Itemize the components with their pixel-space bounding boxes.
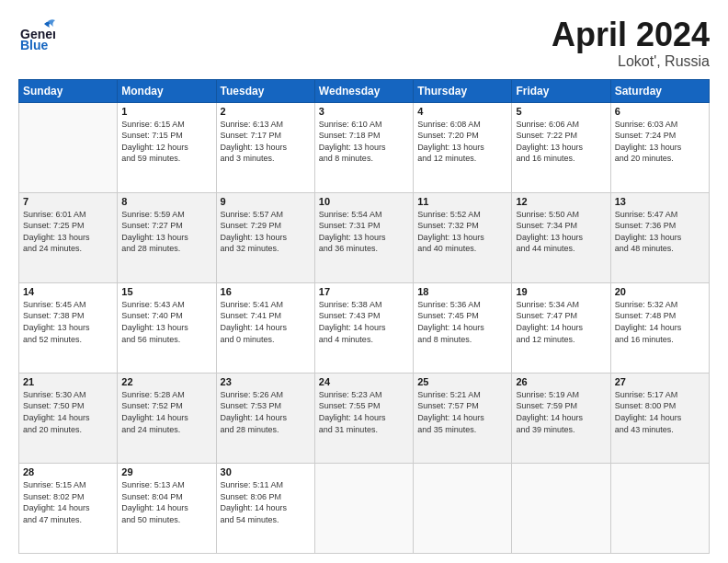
calendar-cell: 25Sunrise: 5:21 AM Sunset: 7:57 PM Dayli… xyxy=(414,373,512,463)
day-number: 12 xyxy=(516,196,606,207)
col-sunday: Sunday xyxy=(19,79,118,102)
calendar-cell: 12Sunrise: 5:50 AM Sunset: 7:34 PM Dayli… xyxy=(512,192,610,282)
calendar-cell: 19Sunrise: 5:34 AM Sunset: 7:47 PM Dayli… xyxy=(512,282,610,373)
calendar-cell: 17Sunrise: 5:38 AM Sunset: 7:43 PM Dayli… xyxy=(314,282,413,373)
calendar-cell xyxy=(314,463,413,553)
calendar-row-4: 21Sunrise: 5:30 AM Sunset: 7:50 PM Dayli… xyxy=(19,373,710,463)
day-number: 26 xyxy=(516,376,606,387)
day-info: Sunrise: 5:59 AM Sunset: 7:27 PM Dayligh… xyxy=(121,209,211,255)
day-info: Sunrise: 5:26 AM Sunset: 7:53 PM Dayligh… xyxy=(221,389,311,435)
day-info: Sunrise: 5:36 AM Sunset: 7:45 PM Dayligh… xyxy=(417,299,507,345)
day-info: Sunrise: 5:41 AM Sunset: 7:41 PM Dayligh… xyxy=(221,299,311,345)
day-info: Sunrise: 6:06 AM Sunset: 7:22 PM Dayligh… xyxy=(516,119,606,165)
day-number: 9 xyxy=(221,196,311,207)
calendar-cell: 2Sunrise: 6:13 AM Sunset: 7:17 PM Daylig… xyxy=(216,102,314,192)
svg-text:Blue: Blue xyxy=(20,38,49,52)
calendar-cell: 16Sunrise: 5:41 AM Sunset: 7:41 PM Dayli… xyxy=(216,282,314,373)
calendar-table: Sunday Monday Tuesday Wednesday Thursday… xyxy=(18,79,710,554)
day-info: Sunrise: 5:34 AM Sunset: 7:47 PM Dayligh… xyxy=(516,299,606,345)
day-number: 19 xyxy=(516,286,606,297)
day-info: Sunrise: 5:13 AM Sunset: 8:04 PM Dayligh… xyxy=(121,479,211,525)
day-number: 5 xyxy=(516,106,606,117)
day-number: 3 xyxy=(319,106,409,117)
calendar-cell: 9Sunrise: 5:57 AM Sunset: 7:29 PM Daylig… xyxy=(216,192,314,282)
day-number: 11 xyxy=(417,196,507,207)
day-info: Sunrise: 5:28 AM Sunset: 7:52 PM Dayligh… xyxy=(121,389,211,435)
calendar-row-5: 28Sunrise: 5:15 AM Sunset: 8:02 PM Dayli… xyxy=(19,463,710,553)
calendar-cell: 6Sunrise: 6:03 AM Sunset: 7:24 PM Daylig… xyxy=(610,102,709,192)
day-number: 4 xyxy=(417,106,507,117)
day-number: 27 xyxy=(615,376,705,387)
day-info: Sunrise: 5:54 AM Sunset: 7:31 PM Dayligh… xyxy=(319,209,409,255)
day-info: Sunrise: 6:15 AM Sunset: 7:15 PM Dayligh… xyxy=(121,119,211,165)
calendar-cell: 7Sunrise: 6:01 AM Sunset: 7:25 PM Daylig… xyxy=(19,192,118,282)
calendar-row-2: 7Sunrise: 6:01 AM Sunset: 7:25 PM Daylig… xyxy=(19,192,710,282)
calendar-cell: 23Sunrise: 5:26 AM Sunset: 7:53 PM Dayli… xyxy=(216,373,314,463)
day-info: Sunrise: 5:43 AM Sunset: 7:40 PM Dayligh… xyxy=(121,299,211,345)
day-info: Sunrise: 6:10 AM Sunset: 7:18 PM Dayligh… xyxy=(319,119,409,165)
col-tuesday: Tuesday xyxy=(216,79,314,102)
day-number: 17 xyxy=(319,286,409,297)
calendar-cell: 3Sunrise: 6:10 AM Sunset: 7:18 PM Daylig… xyxy=(314,102,413,192)
day-info: Sunrise: 6:01 AM Sunset: 7:25 PM Dayligh… xyxy=(23,209,113,255)
day-number: 10 xyxy=(319,196,409,207)
calendar-row-1: 1Sunrise: 6:15 AM Sunset: 7:15 PM Daylig… xyxy=(19,102,710,192)
location-subtitle: Lokot', Russia xyxy=(552,53,710,70)
day-info: Sunrise: 5:11 AM Sunset: 8:06 PM Dayligh… xyxy=(221,479,311,525)
day-number: 20 xyxy=(615,286,705,297)
calendar-cell: 1Sunrise: 6:15 AM Sunset: 7:15 PM Daylig… xyxy=(118,102,216,192)
page: General Blue April 2024 Lokot', Russia S… xyxy=(0,0,728,563)
day-number: 30 xyxy=(221,466,311,477)
day-info: Sunrise: 5:57 AM Sunset: 7:29 PM Dayligh… xyxy=(221,209,311,255)
day-number: 13 xyxy=(615,196,705,207)
day-number: 6 xyxy=(615,106,705,117)
day-number: 16 xyxy=(221,286,311,297)
day-info: Sunrise: 5:19 AM Sunset: 7:59 PM Dayligh… xyxy=(516,389,606,435)
day-number: 23 xyxy=(221,376,311,387)
day-info: Sunrise: 5:30 AM Sunset: 7:50 PM Dayligh… xyxy=(23,389,113,435)
day-info: Sunrise: 5:32 AM Sunset: 7:48 PM Dayligh… xyxy=(615,299,705,345)
calendar-cell: 21Sunrise: 5:30 AM Sunset: 7:50 PM Dayli… xyxy=(19,373,118,463)
calendar-cell: 29Sunrise: 5:13 AM Sunset: 8:04 PM Dayli… xyxy=(118,463,216,553)
day-number: 8 xyxy=(121,196,211,207)
col-thursday: Thursday xyxy=(414,79,512,102)
day-info: Sunrise: 5:52 AM Sunset: 7:32 PM Dayligh… xyxy=(417,209,507,255)
calendar-cell: 26Sunrise: 5:19 AM Sunset: 7:59 PM Dayli… xyxy=(512,373,610,463)
title-area: April 2024 Lokot', Russia xyxy=(552,17,710,70)
calendar-row-3: 14Sunrise: 5:45 AM Sunset: 7:38 PM Dayli… xyxy=(19,282,710,373)
calendar-cell: 22Sunrise: 5:28 AM Sunset: 7:52 PM Dayli… xyxy=(118,373,216,463)
col-monday: Monday xyxy=(118,79,216,102)
calendar-cell: 13Sunrise: 5:47 AM Sunset: 7:36 PM Dayli… xyxy=(610,192,709,282)
day-number: 15 xyxy=(121,286,211,297)
calendar-cell: 27Sunrise: 5:17 AM Sunset: 8:00 PM Dayli… xyxy=(610,373,709,463)
day-info: Sunrise: 5:47 AM Sunset: 7:36 PM Dayligh… xyxy=(615,209,705,255)
calendar-cell: 8Sunrise: 5:59 AM Sunset: 7:27 PM Daylig… xyxy=(118,192,216,282)
day-number: 7 xyxy=(23,196,113,207)
day-number: 18 xyxy=(417,286,507,297)
day-number: 29 xyxy=(121,466,211,477)
logo-icon: General Blue xyxy=(18,17,55,53)
calendar-cell: 11Sunrise: 5:52 AM Sunset: 7:32 PM Dayli… xyxy=(414,192,512,282)
month-title: April 2024 xyxy=(552,17,710,53)
calendar-cell: 28Sunrise: 5:15 AM Sunset: 8:02 PM Dayli… xyxy=(19,463,118,553)
day-number: 2 xyxy=(221,106,311,117)
calendar-cell xyxy=(19,102,118,192)
calendar-cell: 5Sunrise: 6:06 AM Sunset: 7:22 PM Daylig… xyxy=(512,102,610,192)
calendar-cell xyxy=(512,463,610,553)
day-info: Sunrise: 5:45 AM Sunset: 7:38 PM Dayligh… xyxy=(23,299,113,345)
day-info: Sunrise: 5:15 AM Sunset: 8:02 PM Dayligh… xyxy=(23,479,113,525)
day-info: Sunrise: 6:03 AM Sunset: 7:24 PM Dayligh… xyxy=(615,119,705,165)
day-number: 24 xyxy=(319,376,409,387)
day-number: 22 xyxy=(121,376,211,387)
calendar-cell: 18Sunrise: 5:36 AM Sunset: 7:45 PM Dayli… xyxy=(414,282,512,373)
calendar-cell: 30Sunrise: 5:11 AM Sunset: 8:06 PM Dayli… xyxy=(216,463,314,553)
col-saturday: Saturday xyxy=(610,79,709,102)
calendar-cell: 14Sunrise: 5:45 AM Sunset: 7:38 PM Dayli… xyxy=(19,282,118,373)
day-number: 1 xyxy=(121,106,211,117)
day-number: 25 xyxy=(417,376,507,387)
day-number: 28 xyxy=(23,466,113,477)
day-info: Sunrise: 5:21 AM Sunset: 7:57 PM Dayligh… xyxy=(417,389,507,435)
calendar-cell xyxy=(414,463,512,553)
calendar-header-row: Sunday Monday Tuesday Wednesday Thursday… xyxy=(19,79,710,102)
calendar-cell: 10Sunrise: 5:54 AM Sunset: 7:31 PM Dayli… xyxy=(314,192,413,282)
